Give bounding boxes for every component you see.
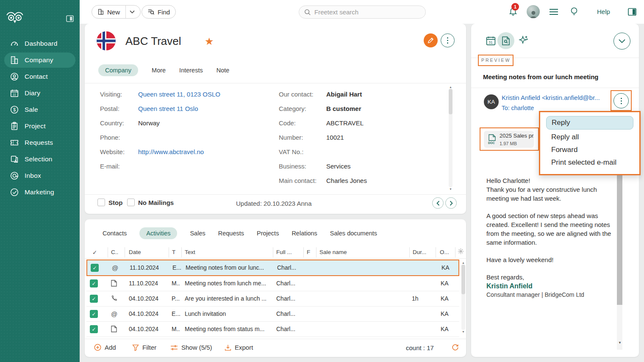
favorite-star-icon[interactable]: ★: [205, 36, 214, 47]
tab-relations[interactable]: Relations: [291, 230, 317, 237]
menu-item-reply[interactable]: Reply: [546, 116, 633, 130]
table-row[interactable]: ✓ 04.10.2024 M.. Meeting notes from stat…: [86, 322, 459, 337]
find-button[interactable]: Find: [142, 5, 176, 19]
table-scrollbar[interactable]: ▲ ▼: [461, 261, 466, 334]
table-toolbar: Add Filter Show (5/5) Export count : 17: [85, 339, 466, 357]
document-preview-icon[interactable]: [497, 32, 514, 49]
table-row[interactable]: ✓ @ 11.10.2024 E... Meeting notes from o…: [86, 260, 459, 276]
preview-label: PREVIEW: [481, 58, 511, 63]
add-button[interactable]: Add: [94, 344, 116, 351]
refresh-icon[interactable]: [452, 344, 459, 351]
export-button[interactable]: Export: [225, 344, 253, 351]
email-scrollbar-thumb[interactable]: [617, 174, 622, 305]
tab-sales-documents[interactable]: Sales documents: [330, 230, 377, 237]
sidebar-item-project[interactable]: Project: [4, 119, 75, 134]
tab-company[interactable]: Company: [98, 64, 138, 76]
col-date[interactable]: Date: [129, 249, 141, 255]
sidebar-item-marketing[interactable]: Marketing: [4, 185, 75, 200]
sidebar-item-contact[interactable]: Contact: [4, 69, 75, 84]
help-link[interactable]: Help: [597, 8, 610, 15]
menu-item-reply-all[interactable]: Reply all: [546, 131, 633, 144]
col-completed[interactable]: C..: [111, 249, 118, 255]
table-row[interactable]: ✓ 04.10.2024 P... Are you interested in …: [86, 291, 459, 307]
col-check[interactable]: ✓: [92, 249, 97, 256]
stop-checkbox[interactable]: [97, 199, 105, 206]
scroll-up-icon[interactable]: ▲: [449, 85, 452, 89]
tab-note[interactable]: Note: [217, 67, 230, 74]
field-category: Category:B customer: [279, 105, 361, 112]
search-box[interactable]: [299, 6, 426, 19]
sidebar-item-dashboard[interactable]: Dashboard: [4, 36, 75, 51]
tab-interests[interactable]: Interests: [179, 67, 203, 74]
ai-sparkle-icon[interactable]: [519, 35, 529, 45]
tab-activities[interactable]: Activities: [139, 227, 177, 239]
col-type[interactable]: T: [172, 249, 175, 255]
website-link[interactable]: http://www.abctravel.no: [138, 148, 204, 155]
col-sale-name[interactable]: Sale name: [319, 249, 347, 255]
fields-scrollbar[interactable]: ▲ ▼: [448, 85, 453, 191]
email-icon: @: [112, 264, 119, 272]
sidebar-item-inbox[interactable]: Inbox: [4, 168, 75, 183]
edit-company-button[interactable]: [424, 33, 438, 47]
sidebar: Dashboard Company Contact 22 Diary $ Sal…: [0, 0, 80, 362]
collapse-panel-chevron-icon[interactable]: [613, 33, 630, 50]
scroll-down-icon[interactable]: ▼: [618, 341, 622, 345]
table-settings-gear-icon[interactable]: [458, 248, 464, 254]
tab-more[interactable]: More: [152, 67, 166, 74]
body-line: Hello Charlotte!: [486, 176, 614, 185]
lightbulb-icon[interactable]: [568, 6, 580, 18]
menu-item-print-selected-email[interactable]: Print selected e-mail: [546, 156, 633, 169]
menu-hamburger-icon[interactable]: [548, 6, 560, 18]
col-text[interactable]: Text: [185, 249, 195, 255]
section-tabs: Contacts Activities Sales Requests Proje…: [103, 227, 377, 239]
col-f[interactable]: F: [307, 249, 310, 255]
svg-text:$: $: [13, 107, 16, 112]
email-to-link[interactable]: To: charlotte: [502, 105, 534, 111]
new-button[interactable]: New: [92, 5, 141, 19]
sidebar-item-requests[interactable]: Requests: [4, 135, 75, 150]
user-avatar[interactable]: [527, 5, 540, 18]
company-more-options-button[interactable]: [441, 33, 455, 47]
tab-projects[interactable]: Projects: [257, 230, 279, 237]
sidebar-item-selection[interactable]: Selection: [4, 152, 75, 167]
row-checkbox[interactable]: ✓: [90, 279, 98, 287]
sidebar-item-company[interactable]: Company: [4, 53, 75, 68]
row-checkbox[interactable]: ✓: [91, 264, 99, 272]
row-checkbox[interactable]: ✓: [90, 310, 98, 318]
col-full[interactable]: Full ...: [276, 249, 292, 255]
panel-toggle-icon[interactable]: [626, 6, 638, 18]
tab-sales[interactable]: Sales: [190, 230, 205, 237]
postal-address-link[interactable]: Queen street 11 Oslo: [138, 105, 198, 112]
tab-requests[interactable]: Requests: [218, 230, 244, 237]
divider: [471, 88, 639, 88]
next-company-button[interactable]: [445, 197, 457, 209]
tab-contacts[interactable]: Contacts: [103, 230, 127, 237]
sidebar-item-diary[interactable]: 22 Diary: [4, 86, 75, 101]
sidebar-collapse-icon[interactable]: [66, 15, 74, 22]
previous-company-button[interactable]: [432, 197, 444, 209]
no-mailings-checkbox[interactable]: [127, 199, 135, 206]
sale-icon: $: [9, 105, 19, 115]
menu-item-forward[interactable]: Forward: [546, 144, 633, 156]
email-from-link[interactable]: Kristin Anfield <kristin.anfield@br...: [502, 94, 600, 101]
table-row[interactable]: ✓ @ 04.10.2024 E... Lunch invitation Cha…: [86, 307, 459, 322]
row-checkbox[interactable]: ✓: [90, 295, 98, 303]
new-dropdown-chevron-icon[interactable]: [130, 10, 135, 14]
scroll-down-icon[interactable]: ▼: [449, 187, 452, 191]
scroll-down-icon[interactable]: ▼: [462, 330, 465, 334]
app-logo-owl-icon: [6, 10, 24, 25]
filter-button[interactable]: Filter: [132, 344, 156, 351]
no-mailings-label: No Mailings: [138, 199, 174, 206]
inbox-icon: [9, 171, 19, 181]
calendar-31-icon[interactable]: 31: [486, 36, 496, 46]
visiting-address-link[interactable]: Queen street 11, 0123 OSLO: [138, 91, 220, 98]
col-duration[interactable]: Dur...: [413, 249, 426, 255]
search-input[interactable]: [314, 8, 420, 16]
table-row[interactable]: ✓ 11.10.2024 M.. Meeting notes from lunc…: [86, 276, 459, 291]
scroll-up-icon[interactable]: ▲: [462, 261, 465, 265]
row-checkbox[interactable]: ✓: [90, 325, 98, 333]
sidebar-item-sale[interactable]: $ Sale: [4, 102, 75, 117]
show-button[interactable]: Show (5/5): [170, 344, 212, 351]
divider: [85, 83, 466, 83]
col-owner[interactable]: O...: [440, 249, 449, 255]
